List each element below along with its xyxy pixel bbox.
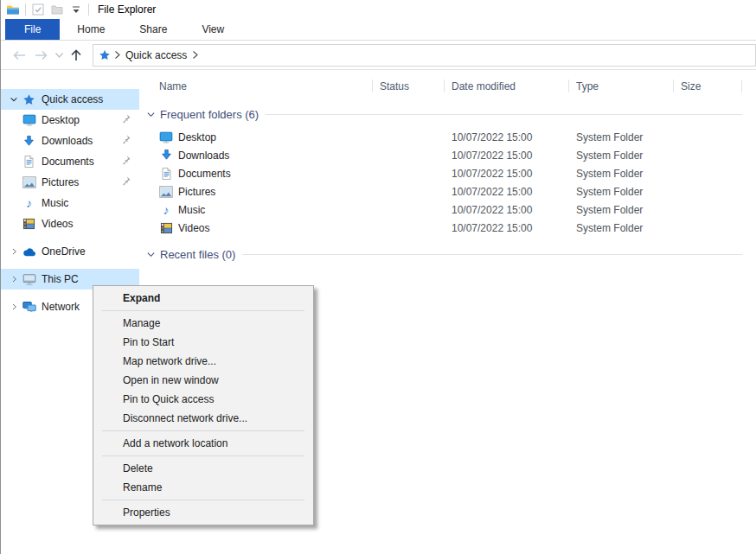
chevron-spacer: [6, 196, 22, 210]
properties-check-icon[interactable]: [31, 3, 45, 16]
chevron-spacer: [6, 155, 22, 169]
menu-separator: [102, 500, 304, 500]
sidebar-item-videos[interactable]: Videos: [1, 213, 139, 234]
file-row-documents[interactable]: Documents10/07/2022 15:00System Folder: [139, 164, 756, 182]
address-input[interactable]: Quick access: [93, 44, 756, 67]
group-label: Recent files (0): [160, 248, 235, 261]
forward-icon[interactable]: [30, 45, 53, 66]
column-header-date-modified[interactable]: Date modified: [445, 76, 569, 97]
menu-item-delete[interactable]: Delete: [93, 459, 313, 478]
ribbon-tabs: FileHomeShareView: [1, 19, 756, 41]
sidebar-item-downloads[interactable]: Downloads: [1, 131, 139, 151]
sidebar-item-documents[interactable]: Documents: [1, 151, 139, 172]
menu-item-pin-to-quick-access[interactable]: Pin to Quick access: [93, 390, 313, 409]
menu-item-expand[interactable]: Expand: [93, 289, 313, 308]
menu-item-manage[interactable]: Manage: [93, 314, 313, 333]
context-menu: ExpandManagePin to StartMap network driv…: [93, 285, 314, 525]
pictures-icon: [22, 175, 36, 189]
desktop-icon: [159, 131, 173, 144]
toolbar-divider: [88, 3, 89, 16]
menu-item-add-a-network-location[interactable]: Add a network location: [93, 434, 313, 453]
back-icon[interactable]: [8, 45, 30, 66]
chevron-down-icon[interactable]: [146, 110, 156, 119]
sidebar-item-desktop[interactable]: Desktop: [1, 110, 139, 131]
sidebar-item-quick-access[interactable]: Quick access: [1, 89, 139, 110]
chevron-right-icon[interactable]: [6, 272, 22, 286]
network-icon: [22, 300, 36, 314]
column-header-name[interactable]: Name: [139, 76, 373, 97]
tab-home[interactable]: Home: [60, 19, 122, 40]
videos-icon: [159, 221, 173, 235]
up-icon[interactable]: [65, 45, 87, 66]
column-headers: NameStatusDate modifiedTypeSize: [139, 76, 756, 97]
column-header-type[interactable]: Type: [569, 76, 674, 97]
pin-icon[interactable]: [120, 113, 134, 127]
group-header-recent-files-0[interactable]: Recent files (0): [146, 245, 742, 263]
menu-item-pin-to-start[interactable]: Pin to Start: [93, 333, 313, 352]
sidebar-item-pictures[interactable]: Pictures: [1, 172, 139, 193]
chevron-spacer: [6, 134, 22, 148]
sidebar-item-music[interactable]: ♪Music: [1, 193, 139, 213]
recent-locations-icon[interactable]: [53, 45, 65, 66]
breadcrumb-chevron-icon[interactable]: [192, 51, 198, 59]
column-header-size[interactable]: Size: [674, 76, 742, 97]
menu-item-rename[interactable]: Rename: [93, 478, 313, 497]
file-name: Videos: [139, 221, 373, 235]
pin-icon[interactable]: [120, 134, 134, 148]
pin-icon[interactable]: [120, 175, 134, 189]
window-title: File Explorer: [98, 3, 156, 16]
menu-item-map-network-drive[interactable]: Map network drive...: [93, 352, 313, 371]
tab-file[interactable]: File: [5, 19, 60, 40]
file-row-desktop[interactable]: Desktop10/07/2022 15:00System Folder: [139, 128, 756, 146]
sidebar-item-label: This PC: [42, 273, 139, 285]
menu-separator: [102, 455, 304, 456]
videos-icon: [22, 217, 36, 231]
file-name: ♪Music: [139, 203, 373, 217]
tab-share[interactable]: Share: [122, 19, 184, 40]
menu-separator: [102, 430, 304, 431]
file-row-videos[interactable]: Videos10/07/2022 15:00System Folder: [139, 219, 756, 237]
file-row-music[interactable]: ♪Music10/07/2022 15:00System Folder: [139, 201, 756, 219]
file-row-downloads[interactable]: Downloads10/07/2022 15:00System Folder: [139, 146, 756, 164]
file-row-pictures[interactable]: Pictures10/07/2022 15:00System Folder: [139, 182, 756, 201]
file-type: System Folder: [569, 150, 674, 162]
file-date-modified: 10/07/2022 15:00: [445, 222, 569, 234]
file-type: System Folder: [569, 204, 674, 216]
tab-view[interactable]: View: [184, 19, 241, 40]
toolbar-divider: [25, 3, 26, 16]
chevron-down-icon[interactable]: [146, 250, 156, 259]
chevron-right-icon[interactable]: [6, 245, 22, 258]
column-header-status[interactable]: Status: [373, 76, 445, 97]
new-folder-icon[interactable]: [50, 3, 64, 16]
chevron-down-icon[interactable]: [6, 92, 22, 106]
file-name: Desktop: [139, 131, 373, 144]
title-bar: File Explorer: [1, 0, 756, 19]
sidebar-item-label: OneDrive: [42, 245, 139, 258]
file-date-modified: 10/07/2022 15:00: [445, 150, 569, 162]
downloads-icon: [159, 149, 173, 162]
file-type: System Folder: [569, 131, 674, 143]
downloads-icon: [22, 134, 36, 148]
file-type: System Folder: [569, 186, 674, 198]
chevron-right-icon[interactable]: [6, 300, 22, 314]
group-header-frequent-folders-6[interactable]: Frequent folders (6): [146, 105, 742, 123]
group-rule: [266, 114, 742, 115]
star-icon: [22, 92, 36, 106]
sidebar-item-label: Music: [42, 197, 139, 209]
file-type: System Folder: [569, 168, 674, 180]
pin-icon[interactable]: [120, 155, 134, 169]
sidebar-item-label: Videos: [42, 218, 139, 230]
sidebar-item-onedrive[interactable]: OneDrive: [1, 241, 139, 262]
pictures-icon: [159, 185, 173, 199]
menu-item-open-in-new-window[interactable]: Open in new window: [93, 371, 313, 390]
breadcrumb-chevron-icon[interactable]: [114, 51, 120, 59]
menu-item-disconnect-network-drive[interactable]: Disconnect network drive...: [93, 409, 313, 428]
menu-item-properties[interactable]: Properties: [93, 503, 313, 522]
file-explorer-window: File Explorer FileHomeShareView Quick ac…: [0, 0, 756, 554]
file-date-modified: 10/07/2022 15:00: [445, 168, 569, 180]
breadcrumb-location[interactable]: Quick access: [124, 49, 189, 61]
file-name: Downloads: [139, 149, 373, 162]
this-pc-icon: [22, 272, 36, 286]
sidebar-item-label: Pictures: [42, 176, 120, 188]
customize-quick-access-toolbar-icon[interactable]: [69, 3, 83, 16]
